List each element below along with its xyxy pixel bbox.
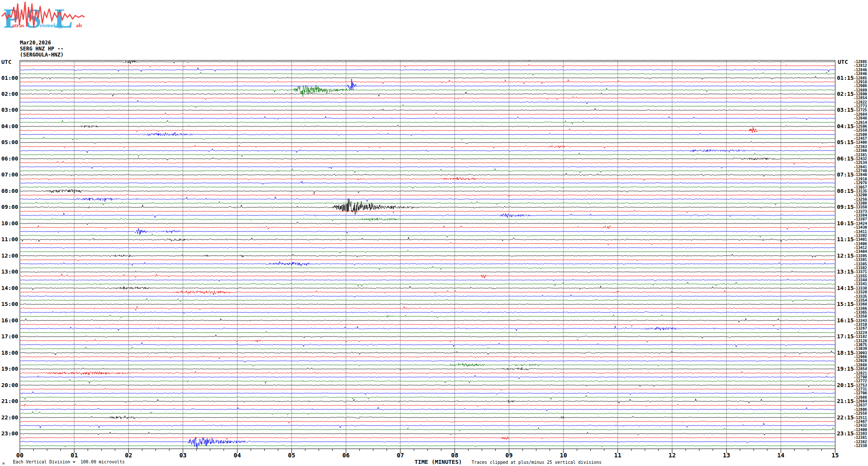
left-hour-label: 21:00 <box>1 398 18 404</box>
scale-note-mark: M <box>3 462 4 466</box>
trace-row <box>20 363 835 367</box>
trace-row <box>20 395 835 400</box>
trace-row <box>20 242 835 245</box>
right-hour-label: 10:15 <box>837 220 854 227</box>
trace-row <box>20 428 835 431</box>
trace-row <box>20 76 835 79</box>
left-hour-label: 15:00 <box>1 301 18 307</box>
scale-note: Each Vertical Division = 100.00 microvol… <box>13 460 125 464</box>
left-hour-label: 23:00 <box>1 430 18 437</box>
trace-row <box>20 127 835 133</box>
trace-row <box>20 228 835 235</box>
trace-row <box>20 116 835 120</box>
trace-row <box>20 407 835 411</box>
left-hour-label: 11:00 <box>1 236 18 242</box>
left-hour-label: 17:00 <box>1 333 18 340</box>
trace-row <box>20 120 835 124</box>
trace-row <box>20 404 835 406</box>
trace-row <box>20 125 835 128</box>
left-hour-label: 16:00 <box>1 317 18 324</box>
trace-row <box>20 261 835 266</box>
trace-row <box>20 388 835 391</box>
trace-row <box>20 189 835 193</box>
right-hour-label: 03:15 <box>837 107 854 113</box>
trace-row <box>20 306 835 310</box>
minute-tick-label: 12 <box>663 452 681 459</box>
trace-row <box>20 218 835 221</box>
left-hour-label: 22:00 <box>1 414 18 421</box>
left-hour-label: 04:00 <box>1 123 18 129</box>
trace-row <box>20 399 835 403</box>
trace-row <box>20 312 835 314</box>
right-hour-label: 12:15 <box>837 252 854 259</box>
trace-row <box>20 286 835 290</box>
right-hour-label: 11:15 <box>837 236 854 242</box>
trace-row <box>20 266 835 269</box>
trace-row <box>20 199 835 215</box>
trace-row <box>20 271 835 273</box>
right-hour-label: 04:15 <box>837 123 854 129</box>
left-hour-label: 12:00 <box>1 252 18 259</box>
trace-row <box>20 274 835 278</box>
trace-row <box>20 384 835 387</box>
left-hour-label: 10:00 <box>1 220 18 227</box>
left-hour-label: 18:00 <box>1 350 18 356</box>
trace-row <box>20 60 835 64</box>
trace-row <box>20 234 835 237</box>
trace-row <box>20 432 835 435</box>
minute-tick-label: 02 <box>120 452 137 459</box>
trace-row <box>20 290 835 295</box>
trace-row <box>20 193 835 196</box>
minute-tick-label: 05 <box>283 452 300 459</box>
trace-row <box>20 282 835 286</box>
trace-row <box>20 324 835 326</box>
minute-tick-label: 13 <box>718 452 735 459</box>
trace-row <box>20 132 835 136</box>
trace-row <box>20 315 835 318</box>
minute-tick-label: 07 <box>392 452 409 459</box>
right-hour-label: 01:15 <box>837 75 854 81</box>
trace-row <box>20 80 835 84</box>
trace-row <box>20 226 835 230</box>
right-offset-value: -12338 <box>854 444 867 448</box>
right-hour-label: 05:15 <box>837 139 854 145</box>
trace-row <box>20 97 835 100</box>
trace-row <box>20 250 835 253</box>
trace-row <box>20 213 835 218</box>
seismogram-canvas <box>0 0 868 466</box>
left-hour-label: 08:00 <box>1 188 18 194</box>
left-hour-label: 09:00 <box>1 204 18 210</box>
clip-note: Traces clipped at plus/minus 25 vertical… <box>472 460 602 465</box>
trace-row <box>20 375 835 379</box>
trace-row <box>20 72 835 75</box>
trace-row <box>20 303 835 305</box>
trace-row <box>20 351 835 355</box>
trace-row <box>20 339 835 342</box>
trace-row <box>20 149 835 153</box>
left-hour-label: 06:00 <box>1 155 18 162</box>
right-hour-label: 23:15 <box>837 430 854 437</box>
trace-row <box>20 360 835 362</box>
trace-row <box>20 347 835 350</box>
minute-tick-label: 03 <box>174 452 192 459</box>
right-hour-label: 21:15 <box>837 398 854 404</box>
trace-row <box>20 113 835 115</box>
trace-row <box>20 416 835 419</box>
trace-row <box>20 197 835 202</box>
trace-row <box>20 222 835 225</box>
trace-row <box>20 169 835 173</box>
left-hour-label: 03:00 <box>1 107 18 113</box>
left-hour-label: 14:00 <box>1 285 18 291</box>
trace-row <box>20 186 835 188</box>
minute-tick-label: 09 <box>501 452 518 459</box>
trace-row <box>20 108 835 111</box>
trace-row <box>20 104 835 107</box>
right-hour-label: 19:15 <box>837 365 854 372</box>
left-hour-label: 01:00 <box>1 75 18 81</box>
x-axis-title: TIME (MINUTES) <box>415 459 462 465</box>
right-hour-label: 16:15 <box>837 317 854 324</box>
right-hour-label: 13:15 <box>837 268 854 275</box>
trace-row <box>20 254 835 258</box>
trace-row <box>20 166 835 169</box>
minute-tick-label: 01 <box>66 452 83 459</box>
